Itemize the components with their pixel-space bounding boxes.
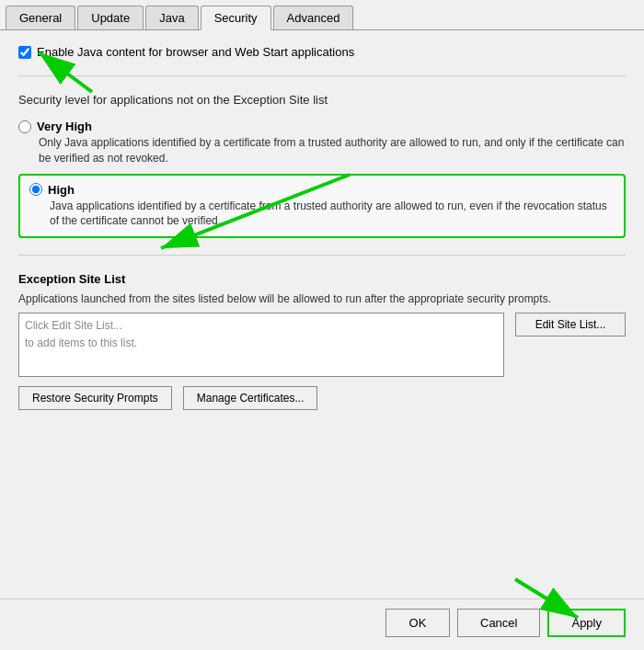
tab-bar: General Update Java Security Advanced — [0, 0, 644, 30]
tab-general[interactable]: General — [6, 6, 75, 29]
very-high-row: Very High — [18, 120, 626, 133]
tab-update[interactable]: Update — [77, 6, 144, 29]
bottom-bar: OK Cancel Apply — [0, 599, 644, 650]
high-highlight-box: High Java applications identified by a c… — [18, 174, 626, 239]
enable-java-row: Enable Java content for browser and Web … — [18, 45, 626, 59]
site-list-placeholder-1: Click Edit Site List... — [25, 317, 498, 335]
site-list-placeholder-2: to add items to this list. — [25, 335, 498, 352]
high-option: High Java applications identified by a c… — [29, 183, 615, 230]
restore-security-prompts-button[interactable]: Restore Security Prompts — [18, 386, 172, 410]
exception-buttons: Edit Site List... — [515, 313, 626, 336]
manage-certificates-button[interactable]: Manage Certificates... — [183, 386, 318, 410]
high-label: High — [48, 183, 75, 197]
tab-advanced[interactable]: Advanced — [273, 6, 354, 29]
divider-2 — [18, 255, 626, 256]
enable-java-label: Enable Java content for browser and Web … — [37, 45, 354, 59]
high-radio[interactable] — [29, 183, 42, 196]
high-row: High — [29, 183, 615, 197]
exception-site-desc: Applications launched from the sites lis… — [18, 291, 626, 307]
cancel-button[interactable]: Cancel — [457, 609, 540, 637]
site-list-box[interactable]: Click Edit Site List... to add items to … — [18, 313, 504, 377]
very-high-radio[interactable] — [18, 120, 31, 133]
security-level-label: Security level for applications not on t… — [18, 93, 626, 107]
exception-controls: Click Edit Site List... to add items to … — [18, 313, 626, 377]
exception-site-section: Exception Site List Applications launche… — [18, 272, 626, 410]
main-content: Enable Java content for browser and Web … — [0, 30, 644, 599]
divider-1 — [18, 75, 626, 76]
ok-button[interactable]: OK — [385, 609, 450, 637]
exception-site-title: Exception Site List — [18, 272, 626, 286]
apply-button[interactable]: Apply — [547, 609, 626, 637]
security-level-section: Security level for applications not on t… — [18, 93, 626, 238]
tab-java[interactable]: Java — [145, 6, 198, 29]
very-high-label: Very High — [37, 120, 92, 133]
high-desc: Java applications identified by a certif… — [50, 199, 615, 230]
edit-site-list-button[interactable]: Edit Site List... — [515, 313, 626, 336]
very-high-option: Very High Only Java applications identif… — [18, 120, 626, 166]
very-high-desc: Only Java applications identified by a c… — [39, 135, 626, 166]
tab-security[interactable]: Security — [201, 6, 271, 30]
restore-manage-row: Restore Security Prompts Manage Certific… — [18, 386, 626, 410]
enable-java-checkbox[interactable] — [18, 46, 31, 59]
